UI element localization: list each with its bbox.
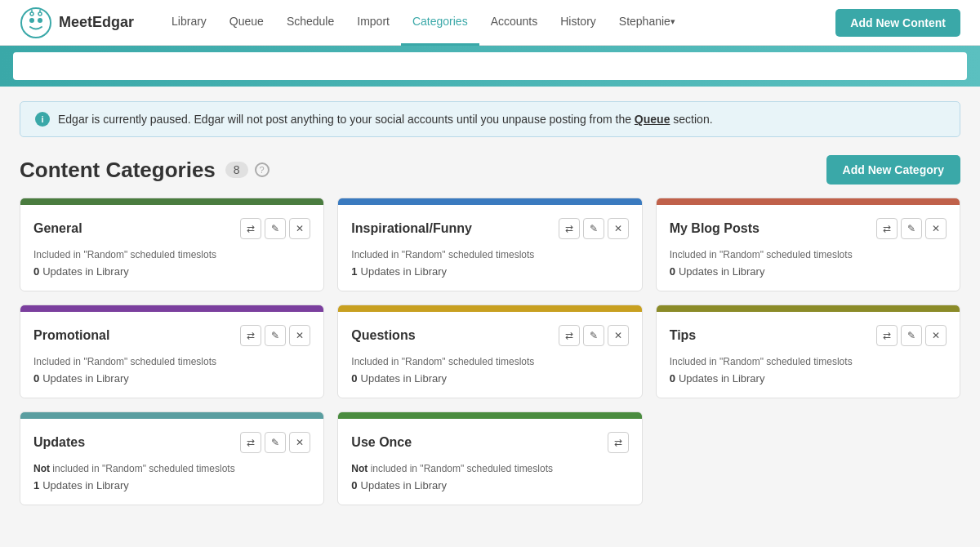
card-title-updates: Updates <box>33 435 85 450</box>
card-updates-tips: 0 Updates in Library <box>670 372 947 385</box>
category-card-questions: Questions ⇄ ✎ ✕ Included in "Random" sch… <box>337 305 642 398</box>
category-card-myblogposts: My Blog Posts ⇄ ✎ ✕ Included in "Random"… <box>656 198 960 291</box>
pause-notice-text: Edgar is currently paused. Edgar will no… <box>58 113 713 126</box>
card-included-updates: Not included in "Random" scheduled times… <box>33 463 310 474</box>
card-title-row-useonce: Use Once ⇄ <box>351 432 628 453</box>
card-actions-useonce: ⇄ <box>608 432 629 453</box>
edit-button-general[interactable]: ✎ <box>265 218 286 239</box>
card-updates-myblogposts: 0 Updates in Library <box>670 265 947 278</box>
updates-count-inspirational: 1 <box>351 265 357 278</box>
card-actions-tips: ⇄ ✎ ✕ <box>876 325 947 346</box>
card-updates-useonce: 0 Updates in Library <box>351 479 628 491</box>
card-title-inspirational: Inspirational/Funny <box>351 221 472 236</box>
card-body-useonce: Use Once ⇄ Not included in "Random" sche… <box>338 419 641 505</box>
edit-button-myblogposts[interactable]: ✎ <box>901 218 922 239</box>
main-nav: Library Queue Schedule Import Categories… <box>160 0 835 46</box>
nav-stephanie[interactable]: Stephanie <box>608 0 687 46</box>
card-title-row-myblogposts: My Blog Posts ⇄ ✎ ✕ <box>670 218 947 239</box>
card-included-myblogposts: Included in "Random" scheduled timeslots <box>670 249 947 260</box>
delete-button-general[interactable]: ✕ <box>289 218 310 239</box>
page-title: Content Categories <box>20 158 216 183</box>
categories-header: Content Categories 8 ? Add New Category <box>20 155 960 185</box>
svg-point-1 <box>29 18 34 23</box>
shuffle-button-useonce[interactable]: ⇄ <box>608 432 629 453</box>
nav-queue[interactable]: Queue <box>218 0 275 46</box>
categories-grid: General ⇄ ✎ ✕ Included in "Random" sched… <box>20 198 960 505</box>
shuffle-button-inspirational[interactable]: ⇄ <box>559 218 580 239</box>
updates-label-updates: Updates in Library <box>42 479 129 491</box>
card-title-questions: Questions <box>351 328 415 343</box>
shuffle-button-updates[interactable]: ⇄ <box>240 432 261 453</box>
card-title-row-updates: Updates ⇄ ✎ ✕ <box>33 432 310 453</box>
nav-schedule[interactable]: Schedule <box>275 0 345 46</box>
card-updates-updates: 1 Updates in Library <box>33 479 310 491</box>
updates-count-useonce: 0 <box>351 479 357 491</box>
card-color-bar-inspirational <box>338 198 641 205</box>
card-title-row-general: General ⇄ ✎ ✕ <box>33 218 310 239</box>
nav-categories[interactable]: Categories <box>401 0 479 46</box>
card-body-questions: Questions ⇄ ✎ ✕ Included in "Random" sch… <box>338 312 641 398</box>
nav-import[interactable]: Import <box>345 0 401 46</box>
card-updates-inspirational: 1 Updates in Library <box>351 265 628 278</box>
logo-text: MeetEdgar <box>59 14 134 31</box>
card-actions-general: ⇄ ✎ ✕ <box>240 218 310 239</box>
queue-link[interactable]: Queue <box>635 113 670 126</box>
header-right: Add New Content <box>835 9 960 37</box>
category-count-badge: 8 <box>225 162 248 178</box>
logo[interactable]: MeetEdgar <box>20 7 134 39</box>
card-included-general: Included in "Random" scheduled timeslots <box>33 249 310 260</box>
edit-button-inspirational[interactable]: ✎ <box>583 218 604 239</box>
card-title-row-inspirational: Inspirational/Funny ⇄ ✎ ✕ <box>351 218 628 239</box>
card-title-useonce: Use Once <box>351 435 412 450</box>
shuffle-button-myblogposts[interactable]: ⇄ <box>876 218 898 239</box>
delete-button-updates[interactable]: ✕ <box>289 432 310 453</box>
add-new-content-button[interactable]: Add New Content <box>835 9 960 37</box>
updates-label-inspirational: Updates in Library <box>361 265 448 278</box>
card-updates-promotional: 0 Updates in Library <box>33 372 310 385</box>
card-actions-questions: ⇄ ✎ ✕ <box>559 325 629 346</box>
header: MeetEdgar Library Queue Schedule Import … <box>0 0 980 46</box>
updates-label-questions: Updates in Library <box>361 372 448 385</box>
edit-button-tips[interactable]: ✎ <box>901 325 922 346</box>
category-card-general: General ⇄ ✎ ✕ Included in "Random" sched… <box>20 198 324 291</box>
delete-button-myblogposts[interactable]: ✕ <box>925 218 947 239</box>
updates-count-general: 0 <box>33 265 39 278</box>
edit-button-promotional[interactable]: ✎ <box>265 325 286 346</box>
svg-point-2 <box>38 18 42 23</box>
category-card-inspirational: Inspirational/Funny ⇄ ✎ ✕ Included in "R… <box>337 198 642 291</box>
delete-button-questions[interactable]: ✕ <box>608 325 629 346</box>
card-included-tips: Included in "Random" scheduled timeslots <box>670 356 947 367</box>
category-card-useonce: Use Once ⇄ Not included in "Random" sche… <box>337 411 642 505</box>
shuffle-button-general[interactable]: ⇄ <box>240 218 261 239</box>
svg-point-0 <box>21 8 51 38</box>
delete-button-promotional[interactable]: ✕ <box>289 325 310 346</box>
delete-button-tips[interactable]: ✕ <box>925 325 947 346</box>
nav-accounts[interactable]: Accounts <box>479 0 550 46</box>
updates-count-promotional: 0 <box>33 372 39 385</box>
category-card-updates: Updates ⇄ ✎ ✕ Not included in "Random" s… <box>20 411 324 505</box>
card-title-general: General <box>33 221 82 236</box>
card-body-inspirational: Inspirational/Funny ⇄ ✎ ✕ Included in "R… <box>338 205 641 291</box>
card-title-row-tips: Tips ⇄ ✎ ✕ <box>670 325 947 346</box>
card-title-myblogposts: My Blog Posts <box>670 221 760 236</box>
delete-button-inspirational[interactable]: ✕ <box>608 218 629 239</box>
updates-label-tips: Updates in Library <box>679 372 765 385</box>
card-actions-promotional: ⇄ ✎ ✕ <box>240 325 310 346</box>
shuffle-button-questions[interactable]: ⇄ <box>559 325 580 346</box>
nav-library[interactable]: Library <box>160 0 218 46</box>
pause-notice: i Edgar is currently paused. Edgar will … <box>20 101 960 137</box>
updates-count-myblogposts: 0 <box>670 265 675 278</box>
card-color-bar-general <box>20 198 323 205</box>
edit-button-updates[interactable]: ✎ <box>265 432 286 453</box>
add-new-category-button[interactable]: Add New Category <box>826 155 960 185</box>
help-icon[interactable]: ? <box>255 162 270 177</box>
card-actions-inspirational: ⇄ ✎ ✕ <box>559 218 629 239</box>
card-color-bar-questions <box>338 305 641 312</box>
nav-history[interactable]: History <box>549 0 608 46</box>
edit-button-questions[interactable]: ✎ <box>583 325 604 346</box>
card-included-promotional: Included in "Random" scheduled timeslots <box>33 356 310 367</box>
shuffle-button-tips[interactable]: ⇄ <box>876 325 898 346</box>
category-card-promotional: Promotional ⇄ ✎ ✕ Included in "Random" s… <box>20 305 324 398</box>
shuffle-button-promotional[interactable]: ⇄ <box>240 325 261 346</box>
updates-label-general: Updates in Library <box>42 265 129 278</box>
